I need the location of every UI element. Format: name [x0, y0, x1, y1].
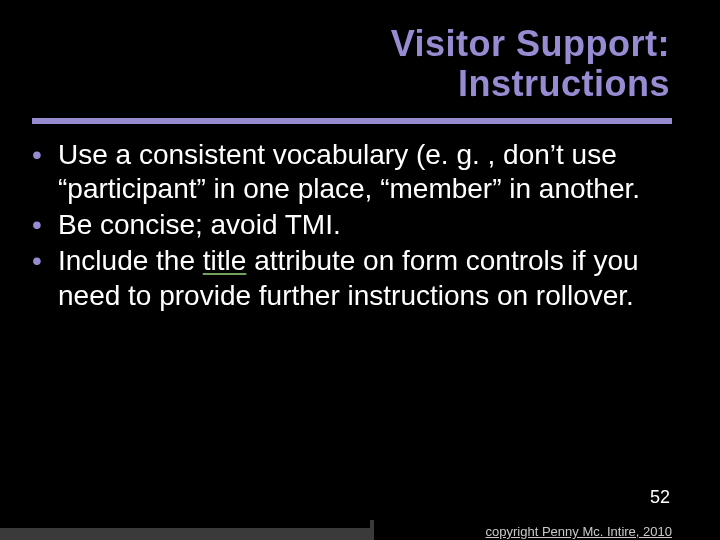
bullet-item: • Include the title attribute on form co…	[32, 244, 682, 312]
title-line-2: Instructions	[391, 64, 670, 104]
bullet-text: Be concise; avoid TMI.	[58, 208, 682, 242]
bullet-text-pre: Include the	[58, 245, 203, 276]
bullet-item: • Be concise; avoid TMI.	[32, 208, 682, 242]
bottom-bar: copyright Penny Mc. Intire, 2010	[0, 516, 720, 540]
slide: Visitor Support: Instructions • Use a co…	[0, 0, 720, 540]
slide-title: Visitor Support: Instructions	[391, 24, 670, 105]
copyright-text: copyright Penny Mc. Intire, 2010	[486, 524, 672, 539]
page-number: 52	[650, 487, 670, 508]
bullet-marker-icon: •	[32, 244, 58, 278]
bullet-item: • Use a consistent vocabulary (e. g. , d…	[32, 138, 682, 206]
bullet-text: Use a consistent vocabulary (e. g. , don…	[58, 138, 682, 206]
bullet-marker-icon: •	[32, 138, 58, 172]
title-line-1: Visitor Support:	[391, 24, 670, 64]
bottom-tab	[0, 528, 370, 540]
slide-body: • Use a consistent vocabulary (e. g. , d…	[32, 138, 682, 315]
bullet-text-pre: Use a consistent vocabulary (e. g. , don…	[58, 139, 640, 204]
bullet-text-keyword: title	[203, 245, 247, 276]
title-underline-rule	[32, 118, 672, 124]
bottom-tab-divider	[370, 520, 374, 540]
bullet-marker-icon: •	[32, 208, 58, 242]
bullet-text-pre: Be concise; avoid TMI.	[58, 209, 341, 240]
bullet-text: Include the title attribute on form cont…	[58, 244, 682, 312]
